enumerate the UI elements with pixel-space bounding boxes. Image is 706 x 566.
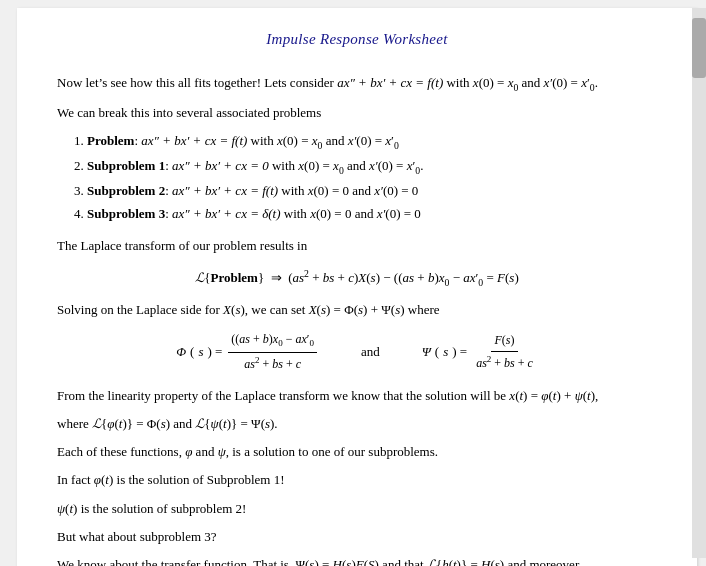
laplace-intro: The Laplace transform of our problem res… <box>57 236 657 256</box>
list-item: Problem: ax″ + bx′ + cx = f(t) with x(0)… <box>87 131 657 153</box>
list-item: Subproblem 2: ax″ + bx′ + cx = f(t) with… <box>87 181 657 201</box>
list-item: Subproblem 1: ax″ + bx′ + cx = 0 with x(… <box>87 156 657 178</box>
linearity-text2: where ℒ{φ(t)} = Φ(s) and ℒ{ψ(t)} = Ψ(s). <box>57 414 657 434</box>
scrollbar-thumb[interactable] <box>692 18 706 78</box>
phi-psi-equations: Φ(s) = ((as + b)x0 − ax′0 as2 + bs + c a… <box>57 330 657 374</box>
fact1: In fact φ(t) is the solution of Subprobl… <box>57 470 657 490</box>
list-item: Subproblem 3: ax″ + bx′ + cx = δ(t) with… <box>87 204 657 224</box>
problems-list: Problem: ax″ + bx′ + cx = f(t) with x(0)… <box>87 131 657 224</box>
scrollbar[interactable] <box>692 8 706 558</box>
transfer-text: We know about the transfer function. Tha… <box>57 555 657 566</box>
intro-paragraph: Now let’s see how this all fits together… <box>57 73 657 95</box>
page-title: Impulse Response Worksheet <box>57 28 657 51</box>
laplace-equation: ℒ{Problem} ⇒ (as2 + bs + c)X(s) − ((as +… <box>57 266 657 290</box>
solving-intro: Solving on the Laplace side for X(s), we… <box>57 300 657 320</box>
fact2: ψ(t) is the solution of subproblem 2! <box>57 499 657 519</box>
fact3: But what about subproblem 3? <box>57 527 657 547</box>
linearity-text1: From the linearity property of the Lapla… <box>57 386 657 406</box>
each-text: Each of these functions, φ and ψ, is a s… <box>57 442 657 462</box>
worksheet-page: Impulse Response Worksheet Now let’s see… <box>17 8 697 566</box>
intro-paragraph2: We can break this into several associate… <box>57 103 657 123</box>
